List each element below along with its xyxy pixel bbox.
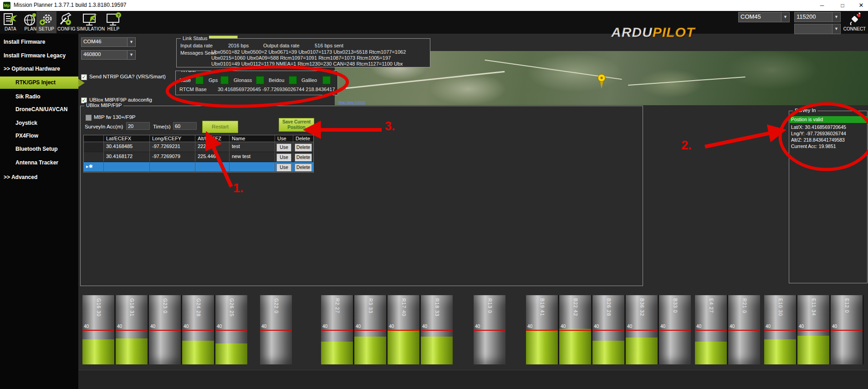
- sidebar-item-optional-hardware[interactable]: >> Optional Hardware: [0, 63, 78, 75]
- sidebar-item-advanced[interactable]: >> Advanced: [0, 171, 78, 183]
- surveyin-acc-input[interactable]: [126, 122, 150, 130]
- tab-simulation[interactable]: SIMULATION: [77, 11, 103, 33]
- tab-setup-label: SETUP: [36, 26, 56, 31]
- input-rate-label: Input data rate: [180, 43, 213, 48]
- connect-extra-combo[interactable]: ▼: [794, 24, 841, 34]
- galileo-led: [322, 76, 331, 84]
- gps-baud-combo[interactable]: 460800 ▼: [81, 50, 136, 60]
- use-button[interactable]: Use: [276, 154, 292, 162]
- minimize-button[interactable]: ─: [815, 0, 829, 11]
- satellite-bar: 40R13 0: [474, 295, 505, 364]
- save-current-position-button[interactable]: Save Current Position: [279, 118, 314, 132]
- gps-led: [220, 76, 229, 84]
- tab-data[interactable]: DATA: [1, 11, 20, 33]
- sidebar-item-rtk-gps-inject[interactable]: RTK/GPS Inject: [0, 77, 78, 89]
- table-row-selected-new[interactable]: ▸✱ Use Delete: [84, 162, 313, 172]
- cell-alt[interactable]: 222.372: [195, 142, 230, 152]
- ntrip-gga-checkbox[interactable]: ✓: [81, 74, 87, 80]
- restart-button[interactable]: Restart: [202, 121, 238, 133]
- snr-threshold-line: [116, 330, 148, 331]
- cell-lat[interactable]: 30.4168485: [104, 142, 150, 152]
- tab-setup[interactable]: SETUP: [36, 11, 56, 33]
- satellite-bar: 40B33 0: [659, 295, 691, 364]
- cell-lng[interactable]: -97.7269079: [150, 152, 195, 162]
- snr-bar-group-galileo2: 40E10 30 40E11 34 40E12 0: [764, 295, 864, 364]
- gps-port-combo[interactable]: COM46 ▼: [81, 37, 136, 47]
- save-button-line2: Position: [287, 125, 305, 130]
- use-button[interactable]: Use: [276, 164, 292, 172]
- connect-baud-combo[interactable]: 115200 ▼: [794, 12, 841, 22]
- snr-threshold-line: [592, 330, 624, 331]
- snr-threshold-line: [526, 330, 558, 331]
- satellite-bar-label: B36 32: [639, 298, 645, 316]
- chevron-down-icon[interactable]: ▼: [781, 12, 789, 22]
- sidebar-item-install-firmware[interactable]: Install Firmware: [0, 36, 78, 48]
- satellite-bar-label: B19 41: [540, 298, 545, 316]
- satellite-bar-label: G16 30: [96, 298, 102, 317]
- chevron-down-icon[interactable]: ▼: [832, 12, 840, 22]
- snr-bar-group-glonass2: 40R13 0: [474, 295, 505, 364]
- col-lng[interactable]: Long/ECEFY: [150, 135, 195, 142]
- satellite-bar: 40G18 31: [116, 295, 148, 364]
- rtcm-beidou-led-label: Beidou: [269, 77, 284, 83]
- sidebar-item-joystick[interactable]: Joystick: [0, 117, 78, 129]
- cell-name[interactable]: new test: [230, 152, 275, 162]
- chevron-down-icon[interactable]: ▼: [832, 24, 840, 34]
- snr-bar-group-gps2: 40G22 0: [260, 295, 292, 364]
- connect-port-combo[interactable]: COM45 ▼: [738, 12, 790, 22]
- snr-threshold-line: [659, 330, 691, 331]
- sidebar-item-sik-radio[interactable]: Sik Radio: [0, 91, 78, 102]
- snr-threshold-line: [695, 330, 727, 331]
- plan-icon: [23, 12, 38, 27]
- cell-lat[interactable]: 30.4168172: [104, 152, 150, 162]
- snr-threshold-line: [354, 330, 386, 331]
- cell-lng[interactable]: -97.7269231: [150, 142, 195, 152]
- col-name[interactable]: Name: [230, 135, 275, 142]
- sidebar-item-px4flow[interactable]: PX4Flow: [0, 130, 78, 142]
- satellite-bar-label: E10 30: [778, 298, 783, 316]
- satellite-bar: 40R17 40: [388, 295, 419, 364]
- delete-button[interactable]: Delete: [295, 143, 312, 152]
- connect-button[interactable]: CONNECT: [842, 12, 868, 34]
- rtcm-title: RTCM: [179, 71, 198, 73]
- ntrip-gga-label: Send NTRIP GGA? (VRS/Smart): [89, 74, 166, 79]
- use-button[interactable]: Use: [276, 143, 292, 152]
- m8p-fw-checkbox[interactable]: [86, 115, 92, 121]
- sidebar-item-install-firmware-legacy[interactable]: Install Firmware Legacy: [0, 50, 78, 61]
- rtcm-base-label: RTCM Base: [179, 87, 207, 92]
- col-delete[interactable]: Delete: [293, 135, 313, 142]
- satellite-bar: 40B22 42: [559, 295, 591, 364]
- satellite-bar: 40E10 30: [764, 295, 796, 364]
- chevron-down-icon[interactable]: ▼: [127, 51, 135, 59]
- satellite-bar-label: R21 0: [742, 298, 747, 313]
- chevron-down-icon[interactable]: ▼: [127, 38, 135, 46]
- sidebar-item-dronecan-uavcan[interactable]: DroneCAN/UAVCAN: [0, 103, 78, 115]
- snr-threshold-line: [321, 330, 353, 331]
- cell-alt[interactable]: 225.446: [195, 152, 230, 162]
- delete-button[interactable]: Delete: [295, 154, 312, 162]
- col-lat[interactable]: Lat/ECEFX: [104, 135, 150, 142]
- gps-baud-value: 460800: [83, 51, 101, 57]
- glonass-led: [256, 76, 264, 84]
- tab-help[interactable]: ? HELP: [104, 11, 123, 33]
- delete-button[interactable]: Delete: [295, 164, 312, 172]
- snr-threshold-line: [626, 330, 658, 331]
- cell-name[interactable]: test: [230, 142, 275, 152]
- maximize-button[interactable]: □: [836, 0, 849, 11]
- table-row[interactable]: 30.4168172 -97.7269079 225.446 new test …: [84, 152, 313, 162]
- satellite-bar-label: B22 42: [573, 298, 578, 316]
- snr-bar-group-beidou: 40B19 41 40B22 42 40B26 28 40B36 32 40B3…: [526, 295, 691, 364]
- connect-button-label: CONNECT: [842, 26, 868, 31]
- col-use[interactable]: Use: [275, 135, 293, 142]
- table-row[interactable]: 30.4168485 -97.7269231 222.372 test Use …: [84, 142, 313, 152]
- time-input[interactable]: [173, 122, 197, 130]
- help-icon: ?: [105, 12, 122, 27]
- col-alt[interactable]: Alt/ECEFZ: [195, 135, 230, 142]
- sidebar-item-antenna-tracker[interactable]: Antenna Tracker: [0, 157, 78, 169]
- satellite-bar-label: R3 33: [368, 298, 373, 313]
- map-road: [346, 71, 505, 89]
- satellite-bar-label: B26 28: [606, 298, 612, 316]
- sidebar-item-bluetooth-setup[interactable]: Bluetooth Setup: [0, 143, 78, 155]
- close-button[interactable]: ✕: [854, 0, 868, 11]
- tab-config[interactable]: CONFIG: [57, 11, 76, 33]
